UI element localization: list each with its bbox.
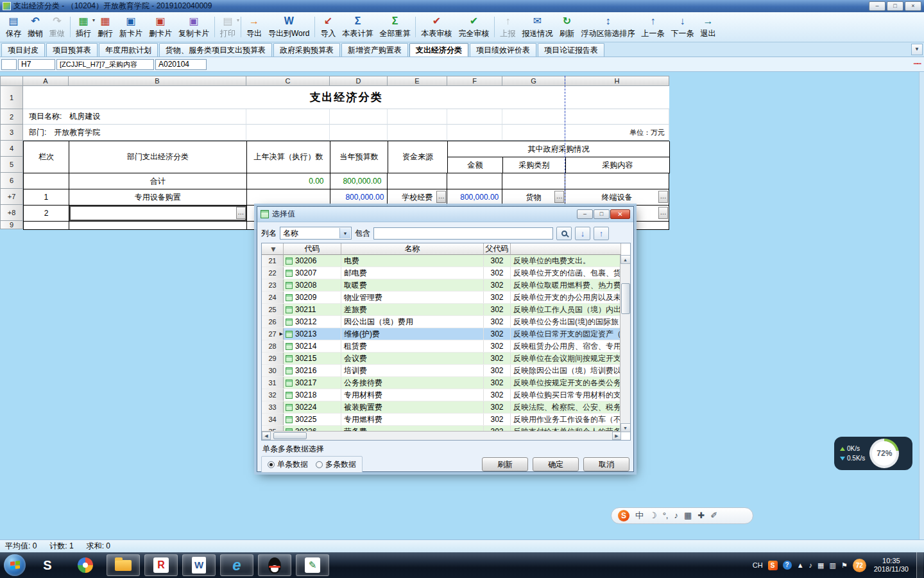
taskbar-app-r[interactable]: R xyxy=(144,554,178,576)
column-header-b[interactable]: B xyxy=(69,76,246,86)
taskbar-internet-explorer[interactable]: e xyxy=(220,554,253,576)
toolbar-calc-sheet-button[interactable]: Σ本表计算 xyxy=(339,13,376,40)
cell-d6[interactable]: 800,000.00 xyxy=(330,173,388,189)
field-name-box[interactable]: [ZCJJFL_H7]7_采购内容 xyxy=(56,59,154,70)
ellipsis-button[interactable] xyxy=(658,191,668,203)
toolbar-refresh-button[interactable]: ↻刷新 xyxy=(556,13,578,40)
column-header-a[interactable]: A xyxy=(23,76,69,86)
toolbar-float-filter-sort-button[interactable]: ↕浮动区筛选排序 xyxy=(578,13,638,40)
cell-g2[interactable] xyxy=(502,109,565,125)
grid-row[interactable]: 28 30214 租赁费 302 反映租赁办公用房、宿舍、专用 xyxy=(262,340,621,353)
column-select[interactable]: 名称 ▼ xyxy=(280,227,352,240)
tab-expenditure-classification[interactable]: 支出经济分类 xyxy=(409,43,468,57)
toolbar-audit-full-button[interactable]: ✔完全审核 xyxy=(455,13,492,40)
grid-row[interactable]: 27 30213 维修(护)费 302 反映单位日常开支的固定资产（ xyxy=(262,328,621,340)
search-button[interactable] xyxy=(556,227,572,240)
minimize-button[interactable]: – xyxy=(869,1,886,11)
tray-keyboard-icon[interactable]: ▦ xyxy=(817,561,824,570)
header-prev-year[interactable]: 上年决算（执行）数 xyxy=(247,141,330,173)
cell-e6[interactable] xyxy=(388,173,447,189)
toolbar-prev-record-button[interactable]: ↑上一条 xyxy=(638,13,667,40)
row-header-9[interactable]: 9 xyxy=(0,221,23,229)
column-header-f[interactable]: F xyxy=(447,76,502,86)
cell-a9[interactable] xyxy=(24,222,69,230)
show-desktop-button[interactable] xyxy=(916,552,923,578)
tab-project-cover[interactable]: 项目封皮 xyxy=(1,43,45,57)
row-header-4[interactable]: 4 xyxy=(0,141,23,157)
contains-input[interactable] xyxy=(373,227,553,240)
scroll-left-icon[interactable]: ◀ xyxy=(262,432,271,440)
grid-filter-header[interactable]: ▼ xyxy=(262,243,284,255)
horizontal-scroll-thumb[interactable] xyxy=(273,432,307,439)
network-speed-widget[interactable]: 0K/s 0.5K/s 72% xyxy=(834,437,912,470)
night-mode-icon[interactable]: ☽ xyxy=(649,508,657,523)
keyboard-icon[interactable]: ▦ xyxy=(684,508,692,523)
grid-header-name[interactable]: 名称 xyxy=(341,243,484,255)
cell-f6[interactable] xyxy=(447,173,502,189)
cell-e3[interactable] xyxy=(388,125,447,141)
toolbar-audit-sheet-button[interactable]: ✔本表审核 xyxy=(418,13,455,40)
chinese-mode-icon[interactable]: 中 xyxy=(635,508,644,523)
cell-value-box[interactable]: A020104 xyxy=(155,59,207,70)
toolbar-print-button[interactable]: ▤▾打印 xyxy=(217,13,239,40)
cell-b6-total[interactable]: 合计 xyxy=(69,173,247,189)
ellipsis-button[interactable] xyxy=(658,207,668,219)
grid-row[interactable]: 24 30209 物业管理费 302 反映单位开支的办公用房以及未 xyxy=(262,292,621,304)
cell-d2[interactable] xyxy=(330,109,388,125)
toolbar-delete-row-button[interactable]: ▦删行 xyxy=(94,13,116,40)
taskbar-file-explorer[interactable] xyxy=(107,554,140,576)
grid-horizontal-scrollbar[interactable]: ◀ ▶ xyxy=(262,431,621,440)
header-purchase-type[interactable]: 采购类别 xyxy=(503,157,566,173)
row-header-6[interactable]: 6 xyxy=(0,173,23,189)
cell-b8-selected[interactable] xyxy=(69,206,247,222)
punctuation-icon[interactable]: °, xyxy=(663,508,669,523)
header-lanci[interactable]: 栏次 xyxy=(24,141,69,173)
grid-row[interactable]: 32 30218 专用材料费 302 反映单位购买日常专用材料的支 xyxy=(262,389,621,401)
cell-e2[interactable] xyxy=(388,109,447,125)
scroll-down-icon[interactable]: ▼ xyxy=(620,423,631,432)
toolbar-copy-card-button[interactable]: ▣复制卡片 xyxy=(175,13,212,40)
cell-e7[interactable]: 学校经费 xyxy=(388,189,447,206)
taskbar-qq[interactable] xyxy=(258,554,291,576)
cell-d7[interactable]: 800,000.00 xyxy=(330,189,388,206)
toolbar-undo-button[interactable]: ↶撤销 xyxy=(24,13,46,40)
ok-button[interactable]: 确定 xyxy=(533,457,579,471)
language-indicator[interactable]: CH xyxy=(753,561,763,569)
ellipsis-button[interactable] xyxy=(236,207,246,219)
cell-b9[interactable] xyxy=(69,222,247,230)
move-down-button[interactable]: ↓ xyxy=(575,227,590,240)
cell-reference-box[interactable]: H7 xyxy=(18,59,55,70)
tab-gov-procurement-budget[interactable]: 政府采购预算表 xyxy=(273,43,340,57)
cell-c2[interactable] xyxy=(246,109,330,125)
cell-a6[interactable] xyxy=(24,173,69,189)
column-header-d[interactable]: D xyxy=(330,76,388,86)
grid-header-desc[interactable] xyxy=(511,243,621,255)
taskbar-browser[interactable] xyxy=(69,554,102,576)
cell-g3[interactable] xyxy=(502,125,565,141)
grid-row[interactable]: 29 30215 会议费 302 反映单位在会议期间按规定开支 xyxy=(262,353,621,365)
tray-network-icon[interactable]: ▥ xyxy=(829,561,835,570)
sheet-corner[interactable] xyxy=(0,76,23,86)
performance-gauge[interactable]: 72% xyxy=(869,439,899,468)
header-classification[interactable]: 部门支出经济分类 xyxy=(69,141,247,173)
main-scrollbar-lane[interactable] xyxy=(919,72,924,539)
taskbar-budget-app[interactable]: ✎ xyxy=(296,554,329,576)
tray-help-icon[interactable]: ? xyxy=(783,561,792,570)
cell-h7[interactable]: 终端设备 xyxy=(565,189,669,206)
toolbar-exit-button[interactable]: →退出 xyxy=(697,13,719,40)
tray-volume-icon[interactable]: ♪ xyxy=(809,561,813,569)
project-name-cell[interactable]: 项目名称:机房建设 xyxy=(23,109,246,125)
cell-f3[interactable] xyxy=(447,125,502,141)
header-fund-source[interactable]: 资金来源 xyxy=(388,141,448,173)
tab-overflow-button[interactable]: ▼ xyxy=(911,44,923,55)
toolbox-icon[interactable]: ✚ xyxy=(697,508,705,523)
cell-b7[interactable]: 专用设备购置 xyxy=(69,189,247,206)
cell-f2[interactable] xyxy=(447,109,502,125)
header-current-budget[interactable]: 当年预算数 xyxy=(330,141,388,173)
toolbar-new-card-button[interactable]: ▣新卡片 xyxy=(116,13,146,40)
grid-row[interactable]: 33 30224 被装购置费 302 反映法院、检察院、公安、税务 xyxy=(262,401,621,414)
header-gov-procurement[interactable]: 其中政府采购情况 xyxy=(448,141,670,157)
row-header-5[interactable]: 5 xyxy=(0,157,23,173)
taskbar-clock[interactable]: 10:35 2018/11/30 xyxy=(874,557,909,574)
tab-annual-plan[interactable]: 年度用款计划 xyxy=(99,43,158,57)
